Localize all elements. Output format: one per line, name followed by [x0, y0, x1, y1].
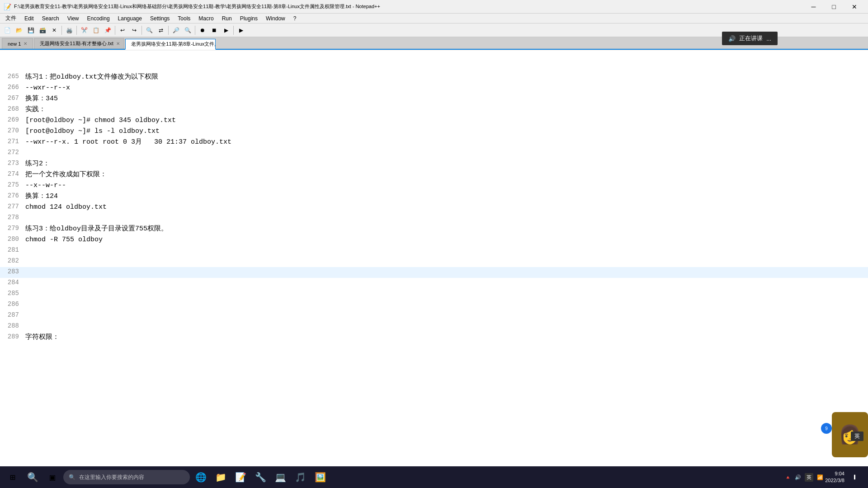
- new-button[interactable]: 📄: [2, 25, 13, 36]
- code-line-284[interactable]: 284: [0, 278, 868, 289]
- search-placeholder: 在这里输入你要搜索的内容: [79, 474, 144, 481]
- line-number: 271: [0, 137, 24, 148]
- taskbar-app3[interactable]: 🎵: [291, 468, 309, 486]
- notification-icon: 🔊: [728, 35, 736, 42]
- menu-settings[interactable]: Settings: [146, 14, 173, 23]
- menu-run[interactable]: Run: [218, 14, 236, 23]
- menu-plugins[interactable]: Plugins: [236, 14, 261, 23]
- close-button[interactable]: ✕: [49, 25, 60, 36]
- print-button[interactable]: 🖨️: [64, 25, 75, 36]
- code-line-267[interactable]: 267换算：345: [0, 94, 868, 104]
- code-line-283[interactable]: 283: [0, 267, 868, 278]
- menu-language[interactable]: Language: [114, 14, 146, 23]
- menu-edit[interactable]: Edit: [21, 14, 38, 23]
- taskbar-notepad[interactable]: 📝: [231, 468, 250, 486]
- menu-search[interactable]: Search: [38, 14, 63, 23]
- code-line-275[interactable]: 275--x--w-r--: [0, 180, 868, 191]
- tab-new1-close[interactable]: ✕: [24, 41, 27, 46]
- taskbar-app1[interactable]: 🔧: [251, 468, 269, 486]
- code-line-282[interactable]: 282: [0, 256, 868, 267]
- code-line-288[interactable]: 288: [0, 321, 868, 332]
- close-button[interactable]: ✕: [844, 0, 864, 14]
- code-line-270[interactable]: 270[root@oldboy ~]# ls -l oldboy.txt: [0, 126, 868, 137]
- code-line-266[interactable]: 266--wxr--r--x: [0, 83, 868, 94]
- run-button[interactable]: ▶: [236, 25, 246, 36]
- redo-button[interactable]: ↪: [129, 25, 140, 36]
- menu-macro[interactable]: Macro: [195, 14, 217, 23]
- taskbar-search[interactable]: 🔍 在这里输入你要搜索的内容: [63, 470, 190, 484]
- show-desktop[interactable]: ▌: [846, 468, 864, 486]
- tab-file2[interactable]: 无题网络安全11期-有才整修心.txt ✕: [34, 38, 124, 49]
- code-line-265[interactable]: 265练习1：把oldboy.txt文件修改为以下权限: [0, 72, 868, 83]
- taskbar-explorer[interactable]: 📁: [212, 468, 230, 486]
- line-content: [24, 213, 868, 224]
- line-content: [24, 245, 868, 256]
- code-line-273[interactable]: 273练习2：: [0, 159, 868, 169]
- tab-file2-close[interactable]: ✕: [116, 41, 120, 46]
- line-content: 练习3：给oldboy目录及子目录设置755权限。: [24, 224, 868, 235]
- translate-button[interactable]: 英: [851, 432, 863, 441]
- line-number: 277: [0, 202, 24, 213]
- paste-button[interactable]: 📌: [102, 25, 113, 36]
- copy-button[interactable]: 📋: [90, 25, 101, 36]
- line-number: 279: [0, 224, 24, 235]
- macro-stop-button[interactable]: ⏹: [209, 25, 220, 36]
- search-button[interactable]: 🔍: [24, 468, 42, 486]
- code-line-281[interactable]: 281: [0, 245, 868, 256]
- menu-window[interactable]: Window: [262, 14, 289, 23]
- line-number: 270: [0, 126, 24, 137]
- code-line-287[interactable]: 287: [0, 310, 868, 321]
- code-line-271[interactable]: 271--wxr--r-x. 1 root root 0 3月 30 21:37…: [0, 137, 868, 148]
- zoom-out-button[interactable]: 🔍: [182, 25, 193, 36]
- taskbar-edge[interactable]: 🌐: [192, 468, 210, 486]
- line-number: 269: [0, 115, 24, 126]
- line-content: 练习1：把oldboy.txt文件修改为以下权限: [24, 72, 868, 83]
- code-line-274[interactable]: 274把一个文件改成如下权限：: [0, 169, 868, 180]
- editor-content[interactable]: 265练习1：把oldboy.txt文件修改为以下权限266--wxr--r--…: [0, 51, 868, 343]
- code-line-280[interactable]: 280chmod -R 755 oldboy: [0, 235, 868, 245]
- menu-view[interactable]: View: [64, 14, 83, 23]
- save-button[interactable]: 💾: [25, 25, 36, 36]
- macro-play-button[interactable]: ▶: [221, 25, 231, 36]
- minimize-button[interactable]: ─: [803, 0, 824, 14]
- start-button[interactable]: ⊞: [4, 468, 22, 486]
- undo-button[interactable]: ↩: [117, 25, 128, 36]
- menu-encoding[interactable]: Encoding: [84, 14, 113, 23]
- system-clock[interactable]: 9:04 2022/3/8: [825, 470, 844, 484]
- line-content: chmod -R 755 oldboy: [24, 235, 868, 245]
- code-line-277[interactable]: 277chmod 124 oldboy.txt: [0, 202, 868, 213]
- code-line-276[interactable]: 276换算：124: [0, 191, 868, 202]
- toolbar-separator-5: [168, 26, 169, 35]
- tab-new1-label: new 1: [8, 41, 21, 47]
- code-line-268[interactable]: 268实践：: [0, 104, 868, 115]
- taskbar-app4[interactable]: 🖼️: [311, 468, 329, 486]
- maximize-button[interactable]: □: [824, 0, 844, 14]
- zoom-in-button[interactable]: 🔎: [170, 25, 181, 36]
- macro-record-button[interactable]: ⏺: [197, 25, 208, 36]
- tab-new1[interactable]: new 1 ✕: [2, 38, 33, 49]
- menu-tools[interactable]: Tools: [174, 14, 194, 23]
- line-content: [24, 256, 868, 267]
- line-content: [root@oldboy ~]# ls -l oldboy.txt: [24, 126, 868, 137]
- code-line-289[interactable]: 289字符权限：: [0, 332, 868, 343]
- code-line-285[interactable]: 285: [0, 289, 868, 300]
- open-button[interactable]: 📂: [14, 25, 24, 36]
- tab-active[interactable]: 老男孩网络安全11期-第8章-Linux文件属性及权限管理.txt ✕: [125, 39, 216, 50]
- cut-button[interactable]: ✂️: [79, 25, 90, 36]
- line-number: 289: [0, 332, 24, 343]
- code-line-269[interactable]: 269[root@oldboy ~]# chmod 345 oldboy.txt: [0, 115, 868, 126]
- task-view-button[interactable]: ▣: [43, 468, 61, 486]
- code-line-278[interactable]: 278: [0, 213, 868, 224]
- code-line-272[interactable]: 272: [0, 148, 868, 159]
- code-line-286[interactable]: 286: [0, 300, 868, 310]
- menu-help[interactable]: ?: [290, 14, 300, 23]
- replace-button[interactable]: ⇄: [156, 25, 166, 36]
- editor-area[interactable]: 265练习1：把oldboy.txt文件修改为以下权限266--wxr--r--…: [0, 51, 868, 474]
- line-number: 273: [0, 159, 24, 169]
- taskbar-app2[interactable]: 💻: [271, 468, 289, 486]
- save-all-button[interactable]: 🗃️: [37, 25, 48, 36]
- tray-lang[interactable]: 英: [805, 473, 813, 482]
- menu-file[interactable]: 文件: [2, 14, 20, 23]
- code-line-279[interactable]: 279练习3：给oldboy目录及子目录设置755权限。: [0, 224, 868, 235]
- find-button[interactable]: 🔍: [144, 25, 155, 36]
